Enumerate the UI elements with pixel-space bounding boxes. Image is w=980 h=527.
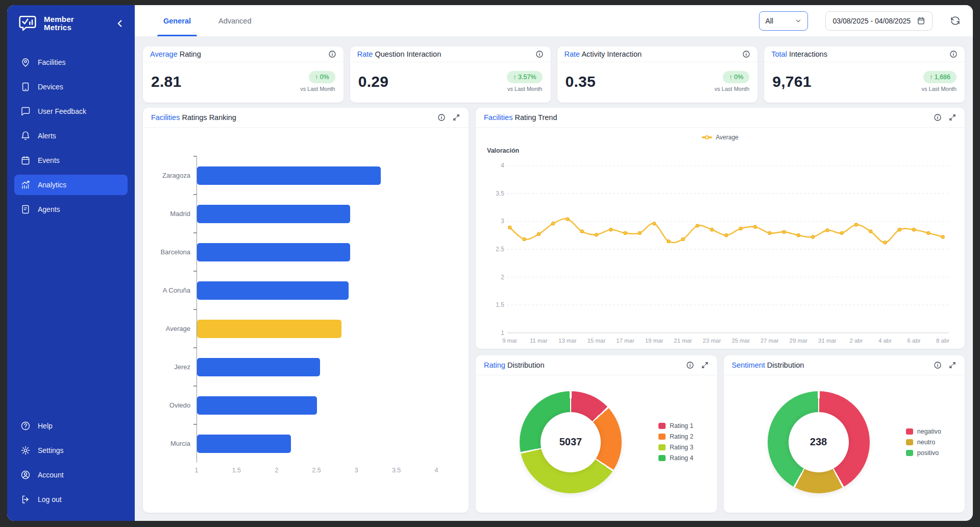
scope-select[interactable]: All	[759, 11, 808, 31]
dashboard-window: Member Metrics Facilities Devices User F…	[7, 5, 973, 521]
sidebar-item-label: User Feedback	[38, 107, 86, 115]
trend-data-point	[739, 227, 742, 230]
legend-label: Rating 3	[670, 444, 694, 451]
ranking-bar-track	[197, 271, 436, 309]
svg-text:27 mar: 27 mar	[761, 338, 779, 344]
sidebar-item-agents[interactable]: Agents	[14, 199, 128, 220]
legend-marker	[702, 136, 712, 138]
legend-item[interactable]: Rating 2	[658, 433, 694, 440]
sentiment-distribution-card: Sentiment Distribution 238	[724, 355, 965, 513]
ranking-bar-label: Oviedo	[143, 401, 197, 409]
info-icon[interactable]	[437, 113, 446, 122]
expand-icon[interactable]	[701, 361, 709, 369]
ranking-row: Madrid	[143, 195, 436, 233]
sidebar-item-logout[interactable]: Log out	[14, 489, 128, 510]
legend-label: neutro	[917, 439, 935, 446]
location-pin-icon	[20, 57, 31, 67]
svg-text:9 mar: 9 mar	[502, 338, 517, 344]
svg-text:1.5: 1.5	[496, 301, 504, 308]
ranking-bar-label: Madrid	[143, 210, 197, 218]
kpi-trend-badge: ↑ 0%	[309, 71, 335, 83]
trend-data-point	[797, 234, 800, 237]
legend-swatch	[906, 428, 913, 435]
sidebar-nav: Facilities Devices User Feedback Alerts …	[7, 52, 135, 224]
legend-item[interactable]: neutro	[906, 439, 941, 446]
legend-label: Rating 4	[670, 454, 694, 462]
ranking-bar	[197, 358, 320, 376]
info-icon[interactable]	[742, 50, 750, 58]
trend-line	[510, 219, 943, 243]
trend-data-point	[782, 230, 786, 233]
svg-text:11 mar: 11 mar	[530, 338, 548, 344]
ranking-bar	[197, 243, 350, 261]
member-metrics-logo-icon	[17, 13, 38, 34]
kpi-trend-badge: ↑ 3.57%	[507, 71, 542, 83]
sidebar-item-settings[interactable]: Settings	[14, 440, 128, 461]
legend-label: positivo	[917, 449, 939, 457]
sentiment-donut-chart: 238	[768, 391, 870, 493]
donut-center: 238	[789, 412, 849, 472]
ranking-bar-track	[197, 309, 436, 348]
ranking-axis-label: 3	[355, 467, 358, 474]
svg-text:31 mar: 31 mar	[818, 338, 837, 344]
date-range-picker[interactable]: 03/08/2025 - 04/08/2025	[825, 11, 933, 31]
trend-data-point	[566, 218, 569, 221]
sidebar-item-label: Analytics	[38, 181, 66, 189]
expand-icon[interactable]	[452, 113, 460, 122]
expand-icon[interactable]	[948, 113, 957, 122]
ranking-row: A Coruña	[143, 271, 436, 309]
legend-item[interactable]: positivo	[906, 449, 941, 457]
charts-row: Facilities Ratings Ranking ZaragozaMadri…	[143, 108, 965, 513]
legend-swatch	[658, 423, 666, 429]
ranking-bar	[197, 205, 350, 223]
info-icon[interactable]	[934, 361, 942, 369]
info-icon[interactable]	[535, 50, 544, 58]
account-icon	[20, 470, 31, 480]
main-area: General Advanced All 03/08/2025 - 04/08/…	[135, 5, 973, 521]
sidebar-item-facilities[interactable]: Facilities	[14, 52, 128, 73]
info-icon[interactable]	[686, 361, 694, 369]
sidebar-item-label: Alerts	[38, 132, 56, 140]
ranking-row: Average	[143, 309, 436, 348]
refresh-icon[interactable]	[950, 15, 961, 26]
svg-text:3: 3	[501, 218, 504, 225]
sidebar-item-user-feedback[interactable]: User Feedback	[14, 101, 128, 122]
tab-general[interactable]: General	[161, 5, 193, 36]
tab-advanced[interactable]: Advanced	[216, 5, 254, 36]
ranking-bar-label: Zaragoza	[143, 172, 197, 179]
trend-data-point	[638, 231, 641, 234]
sidebar-item-events[interactable]: Events	[14, 150, 128, 171]
bell-icon	[20, 131, 31, 141]
legend-item[interactable]: Rating 3	[658, 444, 694, 451]
sidebar-item-analytics[interactable]: Analytics	[14, 175, 128, 195]
trend-data-point	[927, 231, 930, 234]
kpi-title: Total Interactions	[771, 50, 827, 58]
trend-chart: 11.522.533.549 mar11 mar13 mar15 mar17 m…	[484, 154, 957, 349]
legend-item[interactable]: negativo	[906, 428, 941, 435]
trend-data-point	[595, 233, 598, 236]
expand-icon[interactable]	[948, 361, 957, 369]
sidebar-item-alerts[interactable]: Alerts	[14, 126, 128, 146]
topbar: General Advanced All 03/08/2025 - 04/08/…	[135, 5, 973, 36]
kpi-value: 0.29	[358, 73, 389, 90]
info-icon[interactable]	[949, 50, 958, 58]
legend-swatch	[906, 450, 913, 456]
ranking-bar-track	[197, 424, 436, 463]
trend-data-point	[653, 222, 656, 225]
trend-legend[interactable]: Average	[484, 133, 957, 142]
legend-swatch	[658, 444, 666, 450]
sidebar-item-help[interactable]: Help	[14, 416, 128, 436]
sidebar-item-devices[interactable]: Devices	[14, 77, 128, 97]
legend-item[interactable]: Rating 4	[658, 454, 694, 462]
ranking-bar	[197, 320, 341, 338]
info-icon[interactable]	[934, 113, 942, 122]
trend-y-axis-title: Valoración	[487, 147, 957, 154]
svg-text:8 abr: 8 abr	[936, 338, 949, 344]
trend-data-point	[869, 230, 872, 233]
sidebar-item-account[interactable]: Account	[14, 465, 128, 485]
sidebar-collapse-icon[interactable]	[114, 18, 126, 29]
info-icon[interactable]	[328, 50, 336, 58]
legend-item[interactable]: Rating 1	[658, 422, 694, 429]
ranking-bar	[197, 396, 317, 415]
trend-data-point	[941, 235, 944, 238]
